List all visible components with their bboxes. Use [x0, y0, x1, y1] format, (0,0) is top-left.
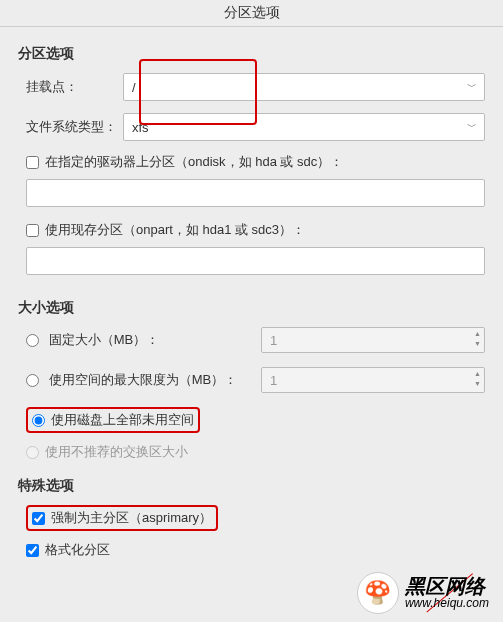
format-checkbox[interactable] [26, 544, 39, 557]
fixed-size-spinner [261, 327, 485, 353]
all-free-label: 使用磁盘上全部未用空间 [51, 411, 194, 429]
all-free-radio[interactable] [32, 414, 45, 427]
ondisk-label: 在指定的驱动器上分区（ondisk，如 hda 或 sdc）： [45, 153, 343, 171]
recommended-swap-radio [26, 446, 39, 459]
watermark-cn: 黑区网络 [405, 575, 489, 597]
max-size-radio[interactable] [26, 374, 39, 387]
window-title: 分区选项 [0, 0, 503, 27]
max-size-label: 使用空间的最大限度为（MB）： [49, 372, 238, 387]
watermark-url: www.heiqu.com [405, 597, 489, 610]
fs-type-select[interactable] [123, 113, 485, 141]
asprimary-checkbox[interactable] [32, 512, 45, 525]
recommended-swap-label: 使用不推荐的交换区大小 [45, 443, 188, 461]
mushroom-icon: 🍄 [357, 572, 399, 614]
onpart-checkbox[interactable] [26, 224, 39, 237]
spinner-arrows-icon: ▲▼ [474, 329, 481, 349]
fixed-size-label: 固定大小（MB）： [49, 332, 160, 347]
spinner-arrows-icon: ▲▼ [474, 369, 481, 389]
partition-section-title: 分区选项 [18, 45, 485, 63]
onpart-input[interactable] [26, 247, 485, 275]
mount-point-label: 挂载点： [18, 78, 123, 96]
watermark: 🍄 黑区网络 www.heiqu.com [357, 572, 489, 614]
max-size-spinner [261, 367, 485, 393]
ondisk-checkbox[interactable] [26, 156, 39, 169]
special-section-title: 特殊选项 [18, 477, 485, 495]
fixed-size-radio[interactable] [26, 334, 39, 347]
size-section-title: 大小选项 [18, 299, 485, 317]
onpart-label: 使用现存分区（onpart，如 hda1 或 sdc3）： [45, 221, 305, 239]
format-label: 格式化分区 [45, 541, 110, 559]
ondisk-input[interactable] [26, 179, 485, 207]
fs-type-label: 文件系统类型： [18, 118, 123, 136]
asprimary-label: 强制为主分区（asprimary） [51, 509, 212, 527]
mount-point-select[interactable] [123, 73, 485, 101]
